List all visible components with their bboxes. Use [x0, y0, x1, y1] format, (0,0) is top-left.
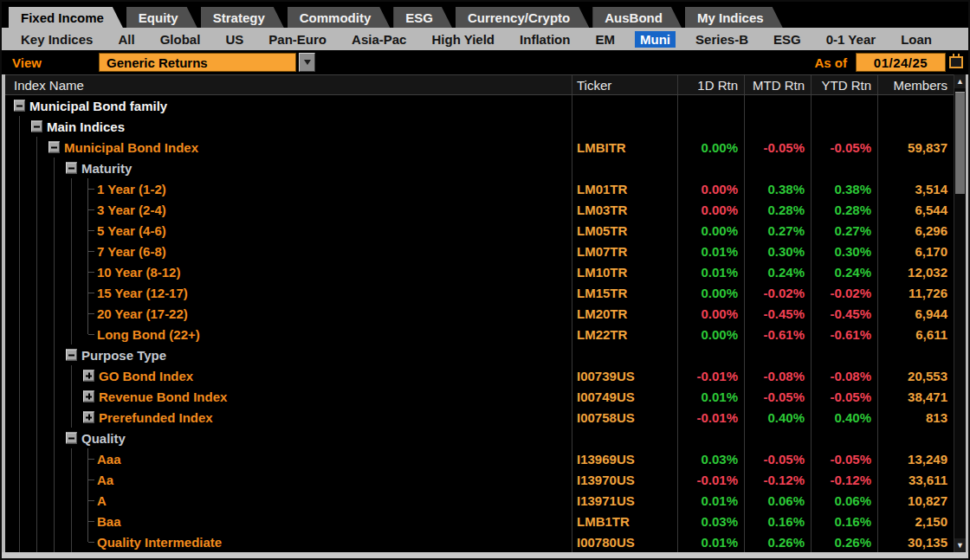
nav-item-us[interactable]: US [220, 31, 249, 48]
nav-item-asia-pac[interactable]: Asia-Pac [346, 31, 411, 48]
members-cell[interactable]: 6,170 [877, 241, 954, 261]
mtd-rtn-cell[interactable]: 0.06% [744, 490, 811, 511]
members-cell[interactable]: 13,249 [877, 448, 954, 469]
nav-item-high-yield[interactable]: High Yield [427, 31, 501, 48]
mtd-rtn-cell[interactable]: 0.27% [744, 220, 811, 241]
members-cell[interactable] [877, 158, 954, 178]
index-name-cell[interactable]: Revenue Bond Index [5, 386, 572, 407]
scrollbar-thumb[interactable] [955, 92, 965, 194]
tab-my-indices[interactable]: My Indices [685, 7, 783, 28]
members-cell[interactable] [877, 95, 954, 116]
index-name-cell[interactable]: Municipal Bond family [5, 95, 572, 116]
1d-rtn-cell[interactable]: 0.03% [677, 511, 744, 531]
index-name-cell[interactable]: Long Bond (22+) [5, 324, 572, 344]
tree-expander-plus-icon[interactable] [83, 370, 94, 382]
ytd-rtn-cell[interactable]: 0.40% [811, 407, 877, 428]
ticker-cell[interactable]: I00758US [572, 407, 677, 428]
view-dropdown[interactable]: Generic Returns [99, 53, 296, 72]
mtd-rtn-cell[interactable] [744, 116, 811, 137]
ticker-cell[interactable]: I13971US [572, 490, 677, 511]
ticker-cell[interactable]: LMB1TR [572, 511, 677, 531]
ticker-cell[interactable]: I13969US [572, 448, 677, 469]
column-header-index-name[interactable]: Index Name [5, 75, 572, 94]
ticker-cell[interactable] [572, 158, 677, 178]
members-cell[interactable]: 10,827 [877, 490, 954, 511]
ytd-rtn-cell[interactable] [811, 95, 877, 116]
members-cell[interactable]: 2,150 [877, 511, 954, 531]
ticker-cell[interactable]: LM20TR [572, 303, 677, 324]
1d-rtn-cell[interactable]: 0.01% [677, 386, 744, 407]
scroll-up-icon[interactable]: ▲ [954, 74, 966, 88]
members-cell[interactable]: 38,471 [877, 386, 954, 407]
tab-commodity[interactable]: Commodity [288, 7, 391, 28]
tree-expander-minus-icon[interactable] [66, 350, 77, 361]
ytd-rtn-cell[interactable]: 0.24% [811, 261, 877, 282]
ytd-rtn-cell[interactable]: 0.27% [811, 220, 877, 241]
mtd-rtn-cell[interactable]: 0.38% [744, 178, 811, 199]
tree-expander-minus-icon[interactable] [66, 163, 77, 174]
tab-esg[interactable]: ESG [393, 7, 452, 28]
mtd-rtn-cell[interactable]: -0.08% [744, 365, 811, 386]
nav-item-esg[interactable]: ESG [768, 31, 806, 48]
ytd-rtn-cell[interactable]: 0.26% [811, 531, 877, 552]
nav-item-all[interactable]: All [113, 31, 139, 48]
index-name-cell[interactable]: Purpose Type [5, 344, 572, 365]
mtd-rtn-cell[interactable] [744, 158, 811, 178]
index-name-cell[interactable]: Quality Intermediate [5, 531, 572, 552]
table-row[interactable]: Prerefunded IndexI00758US-0.01%0.40%0.40… [5, 407, 954, 428]
members-cell[interactable]: 20,553 [877, 365, 954, 386]
tab-fixed-income[interactable]: Fixed Income [9, 7, 123, 28]
index-name-cell[interactable]: Baa [5, 511, 572, 531]
nav-item-pan-euro[interactable]: Pan-Euro [263, 31, 332, 48]
tree-expander-minus-icon[interactable] [48, 142, 60, 153]
ytd-rtn-cell[interactable]: 0.28% [811, 199, 877, 220]
column-header-ytd-rtn[interactable]: YTD Rtn [811, 75, 877, 94]
ytd-rtn-cell[interactable]: -0.12% [811, 469, 877, 490]
ticker-cell[interactable]: LM07TR [572, 241, 677, 261]
tree-expander-minus-icon[interactable] [31, 121, 42, 132]
index-name-cell[interactable]: Prerefunded Index [5, 407, 572, 428]
index-name-cell[interactable]: Municipal Bond Index [5, 137, 572, 158]
table-row[interactable]: Revenue Bond IndexI00749US0.01%-0.05%-0.… [5, 386, 954, 407]
nav-item-global[interactable]: Global [155, 31, 206, 48]
nav-item-loan[interactable]: Loan [896, 31, 937, 48]
ytd-rtn-cell[interactable]: 0.06% [811, 490, 877, 511]
mtd-rtn-cell[interactable]: 0.28% [744, 199, 811, 220]
as-of-date-field[interactable]: 01/24/25 [856, 53, 946, 72]
table-row[interactable]: Long Bond (22+)LM22TR0.00%-0.61%-0.61%6,… [5, 324, 954, 344]
tree-expander-plus-icon[interactable] [83, 391, 94, 402]
table-row[interactable]: Main Indices [5, 116, 954, 137]
table-row[interactable]: 3 Year (2-4)LM03TR0.00%0.28%0.28%6,544 [5, 199, 954, 220]
tab-currency-crypto[interactable]: Currency/Crypto [456, 7, 589, 28]
members-cell[interactable]: 12,032 [877, 261, 954, 282]
column-header-1d-rtn[interactable]: 1D Rtn [677, 75, 744, 94]
ticker-cell[interactable]: LMBITR [572, 137, 677, 158]
table-row[interactable]: 5 Year (4-6)LM05TR0.00%0.27%0.27%6,296 [5, 220, 954, 241]
index-name-cell[interactable]: 7 Year (6-8) [5, 241, 572, 261]
nav-item-inflation[interactable]: Inflation [514, 31, 575, 48]
ytd-rtn-cell[interactable] [811, 158, 877, 178]
mtd-rtn-cell[interactable]: -0.61% [744, 324, 811, 344]
column-header-ticker[interactable]: Ticker [572, 75, 677, 94]
nav-item-muni[interactable]: Muni [635, 31, 676, 48]
1d-rtn-cell[interactable] [677, 428, 744, 448]
nav-item-series-b[interactable]: Series-B [690, 31, 753, 48]
ticker-cell[interactable]: LM05TR [572, 220, 677, 241]
tree-expander-plus-icon[interactable] [83, 412, 94, 423]
mtd-rtn-cell[interactable]: -0.05% [744, 137, 811, 158]
ticker-cell[interactable] [572, 344, 677, 365]
members-cell[interactable] [877, 116, 954, 137]
mtd-rtn-cell[interactable]: 0.26% [744, 531, 811, 552]
members-cell[interactable]: 3,514 [877, 178, 954, 199]
ytd-rtn-cell[interactable]: -0.05% [811, 137, 877, 158]
vertical-scrollbar[interactable]: ▲ ▼ [954, 74, 966, 552]
members-cell[interactable]: 6,944 [877, 303, 954, 324]
members-cell[interactable]: 6,296 [877, 220, 954, 241]
ticker-cell[interactable] [572, 95, 677, 116]
table-row[interactable]: Municipal Bond IndexLMBITR0.00%-0.05%-0.… [5, 137, 954, 158]
ytd-rtn-cell[interactable]: 0.30% [811, 241, 877, 261]
index-name-cell[interactable]: Quality [5, 428, 572, 448]
nav-item-key-indices[interactable]: Key Indices [16, 31, 98, 48]
mtd-rtn-cell[interactable]: -0.12% [744, 469, 811, 490]
mtd-rtn-cell[interactable]: -0.05% [744, 448, 811, 469]
